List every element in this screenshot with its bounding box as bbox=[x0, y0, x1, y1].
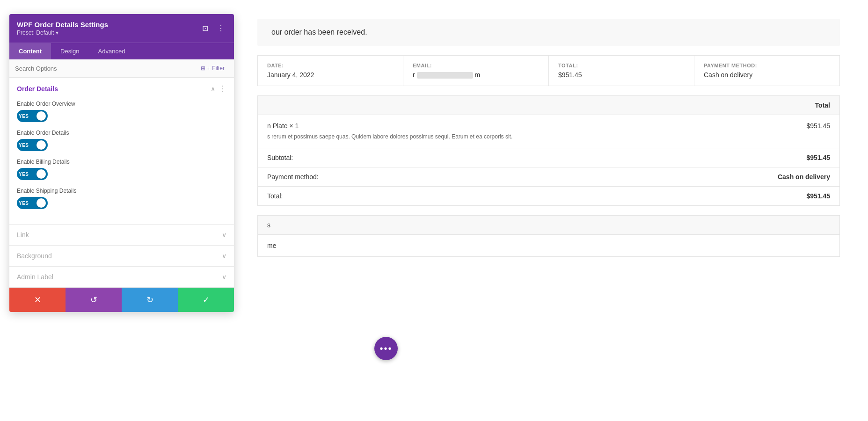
product-desc: s rerum et possimus saepe quas. Quidem l… bbox=[267, 132, 737, 141]
enable-shipping-details-toggle-wrap: YES bbox=[17, 197, 226, 209]
payment-method-row: Payment method: Cash on delivery bbox=[258, 167, 839, 187]
date-label: DATE: bbox=[267, 63, 394, 68]
email-label: EMAIL: bbox=[413, 63, 539, 68]
subtotal-row: Subtotal: $951.45 bbox=[258, 148, 839, 167]
tab-advanced[interactable]: Advanced bbox=[89, 43, 135, 59]
section-background-title: Background bbox=[17, 252, 52, 260]
toggle-yes-label-4: YES bbox=[19, 201, 29, 206]
filter-label: + Filter bbox=[207, 65, 225, 72]
section-order-details-content: Enable Order Overview YES Enable Order D… bbox=[9, 97, 234, 224]
enable-shipping-details-toggle[interactable]: YES bbox=[17, 197, 48, 209]
order-total-row: Total: $951.45 bbox=[258, 187, 839, 205]
panel-search-bar: ⊞ + Filter bbox=[9, 59, 234, 78]
toggle-yes-label-3: YES bbox=[19, 172, 29, 177]
save-button[interactable]: ✓ bbox=[178, 288, 234, 312]
enable-order-overview-toggle[interactable]: YES bbox=[17, 110, 48, 122]
undo-button[interactable]: ↺ bbox=[66, 288, 122, 312]
toggle-yes-label: YES bbox=[19, 114, 29, 119]
section-order-details-title: Order Details bbox=[17, 85, 58, 93]
undo-icon: ↺ bbox=[90, 295, 97, 305]
search-input[interactable] bbox=[15, 65, 197, 72]
enable-billing-details-label: Enable Billing Details bbox=[17, 159, 226, 165]
toggle-knob-2 bbox=[36, 140, 46, 150]
save-icon: ✓ bbox=[203, 295, 210, 305]
section-menu-icon[interactable]: ⋮ bbox=[219, 84, 226, 93]
expand-icon[interactable]: ⊡ bbox=[199, 23, 211, 34]
section-admin-label: Admin Label ∨ bbox=[9, 267, 234, 288]
setting-enable-billing-details: Enable Billing Details YES bbox=[17, 159, 226, 180]
section-link-header[interactable]: Link ∨ bbox=[9, 225, 234, 245]
product-name: n Plate × 1 bbox=[267, 122, 737, 130]
panel-title-group: WPF Order Details Settings Preset: Defau… bbox=[17, 21, 108, 36]
section-background-header[interactable]: Background ∨ bbox=[9, 246, 234, 266]
panel-title: WPF Order Details Settings bbox=[17, 21, 108, 29]
enable-billing-details-toggle[interactable]: YES bbox=[17, 168, 48, 180]
section-link-title: Link bbox=[17, 231, 29, 239]
toggle-yes-label-2: YES bbox=[19, 143, 29, 148]
panel-header-actions: ⊡ ⋮ bbox=[199, 23, 226, 34]
chevron-up-icon: ∧ bbox=[211, 85, 215, 93]
enable-order-details-label: Enable Order Details bbox=[17, 130, 226, 136]
order-meta-row: DATE: January 4, 2022 EMAIL: r m TOTAL: … bbox=[257, 55, 840, 86]
redo-button[interactable]: ↻ bbox=[122, 288, 178, 312]
order-meta-payment: PAYMENT METHOD: Cash on delivery bbox=[694, 56, 839, 86]
chevron-down-icon-admin: ∨ bbox=[222, 273, 226, 281]
billing-name: me bbox=[267, 242, 276, 249]
panel-tabs: Content Design Advanced bbox=[9, 43, 234, 59]
product-col-header bbox=[267, 102, 737, 109]
section-background-actions: ∨ bbox=[222, 252, 226, 260]
setting-enable-order-details: Enable Order Details YES bbox=[17, 130, 226, 151]
payment-value: Cash on delivery bbox=[704, 71, 830, 79]
order-table-row: n Plate × 1 s rerum et possimus saepe qu… bbox=[258, 115, 839, 148]
section-order-details-actions: ∧ ⋮ bbox=[211, 84, 226, 93]
redo-icon: ↻ bbox=[146, 295, 153, 305]
order-meta-total: TOTAL: $951.45 bbox=[549, 56, 694, 86]
enable-order-overview-toggle-wrap: YES bbox=[17, 110, 226, 122]
cancel-icon: ✕ bbox=[34, 295, 41, 305]
section-admin-label-header[interactable]: Admin Label ∨ bbox=[9, 267, 234, 287]
billing-section-header: s bbox=[257, 215, 840, 235]
toggle-knob-3 bbox=[36, 169, 46, 179]
panel-header: WPF Order Details Settings Preset: Defau… bbox=[9, 14, 234, 43]
order-meta-date: DATE: January 4, 2022 bbox=[258, 56, 403, 86]
payment-method-label: Payment method: bbox=[267, 173, 737, 181]
total-value: $951.45 bbox=[558, 71, 685, 79]
tab-design[interactable]: Design bbox=[51, 43, 88, 59]
enable-shipping-details-label: Enable Shipping Details bbox=[17, 188, 226, 194]
fab-button[interactable]: ••• bbox=[374, 337, 398, 360]
cancel-button[interactable]: ✕ bbox=[9, 288, 66, 312]
settings-panel: WPF Order Details Settings Preset: Defau… bbox=[9, 14, 234, 312]
section-order-details-header[interactable]: Order Details ∧ ⋮ bbox=[9, 78, 234, 97]
product-total: $951.45 bbox=[737, 122, 830, 130]
section-link-actions: ∨ bbox=[222, 231, 226, 239]
enable-order-details-toggle[interactable]: YES bbox=[17, 139, 48, 151]
enable-billing-details-toggle-wrap: YES bbox=[17, 168, 226, 180]
setting-enable-order-overview: Enable Order Overview YES bbox=[17, 101, 226, 122]
chevron-down-icon-bg: ∨ bbox=[222, 252, 226, 260]
order-confirmation-header: our order has been received. bbox=[257, 19, 840, 46]
section-admin-label-title: Admin Label bbox=[17, 273, 53, 281]
subtotal-label: Subtotal: bbox=[267, 154, 737, 161]
order-meta-email: EMAIL: r m bbox=[403, 56, 549, 86]
toggle-knob bbox=[36, 111, 46, 121]
order-table: Total n Plate × 1 s rerum et possimus sa… bbox=[257, 95, 840, 206]
confirmation-text: our order has been received. bbox=[271, 28, 367, 36]
section-order-details: Order Details ∧ ⋮ Enable Order Overview … bbox=[9, 78, 234, 225]
total-label: TOTAL: bbox=[558, 63, 685, 68]
billing-section-title: s bbox=[267, 221, 270, 229]
enable-order-overview-label: Enable Order Overview bbox=[17, 101, 226, 107]
payment-method-value: Cash on delivery bbox=[737, 173, 830, 181]
tab-content[interactable]: Content bbox=[9, 43, 51, 59]
filter-button[interactable]: ⊞ + Filter bbox=[197, 63, 228, 73]
email-blur bbox=[417, 72, 473, 79]
date-value: January 4, 2022 bbox=[267, 71, 394, 79]
section-background: Background ∨ bbox=[9, 246, 234, 267]
more-options-icon[interactable]: ⋮ bbox=[215, 23, 226, 34]
order-total-label: Total: bbox=[267, 192, 737, 200]
total-col-header: Total bbox=[737, 102, 830, 109]
setting-enable-shipping-details: Enable Shipping Details YES bbox=[17, 188, 226, 209]
filter-icon: ⊞ bbox=[201, 65, 205, 72]
section-admin-label-actions: ∨ bbox=[222, 273, 226, 281]
email-value: r m bbox=[413, 71, 539, 79]
enable-order-details-toggle-wrap: YES bbox=[17, 139, 226, 151]
